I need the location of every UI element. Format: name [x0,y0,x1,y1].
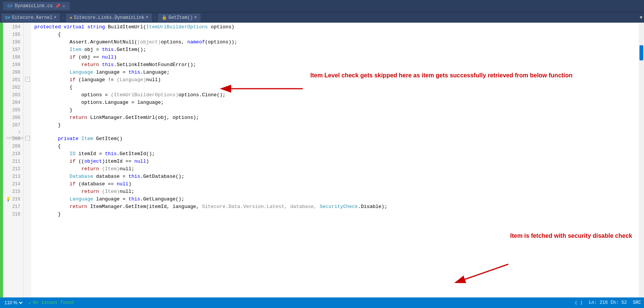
nav-item-kernel[interactable]: C# Sitecore.Kernel ▼ [2,14,60,22]
code-line-201: if (language != (Language)null) [31,76,639,84]
line-number-214: 214 [3,180,20,188]
code-line-208: private Item GetItem() [31,135,639,143]
line-number-207: 207 [3,122,20,129]
code-line-210: ID itemId = this.GetItemId(); [31,150,639,158]
diamond-icon: ◆ [70,15,72,20]
pin-icon[interactable]: 📌 [55,4,60,9]
line-number-206: 206 [3,114,20,122]
nav-getitem-label: GetItem() [169,15,193,20]
code-line-198: if (obj == null) [31,54,639,61]
code-line-204: options.Language = language; [31,99,639,106]
references-label: 3 references [3,129,20,135]
nav-item-getitem[interactable]: 🔒 GetItem() ▼ [158,14,201,22]
file-tab-name: DynamicLink.cs [15,3,53,9]
nav-arrow-2: ▼ [146,15,148,20]
line-number-203: 203 [3,91,20,99]
code-line-215: return (Item)null; [31,188,639,196]
code-line-209: { [31,143,639,150]
bottom-bar-right: ⟨ ⟩ Ln: 216 Ch: 52 SRC [575,300,641,306]
status-text: No issues found [33,300,74,305]
nav-arrows-icon[interactable]: ⟨ ⟩ [575,300,583,306]
nav-expand-btn[interactable]: ▼ [640,15,642,20]
nav-bar: C# Sitecore.Kernel ▼ › ◆ Sitecore.Links.… [0,12,644,23]
code-line-212: return (Item)null; [31,165,639,173]
line-number-217: 217 [3,203,20,211]
close-icon[interactable]: ✕ [63,4,65,9]
collapse-button-208[interactable]: − [25,136,30,140]
line-number-201: 201 [3,76,20,84]
line-number-218: 218 [3,211,20,218]
line-number-195: 195 [3,31,20,38]
line-number-198: 198 [3,54,20,61]
svg-line-3 [465,264,508,279]
green-bar [0,23,3,297]
line-number-199: 199 [3,61,20,69]
nav-arrow-1: ▼ [54,15,56,20]
code-line-211: if ((object)itemId == null) [31,158,639,165]
code-line-218: } [31,211,639,218]
scrollbar-thumb[interactable] [639,45,643,60]
code-line-194: protected virtual string BuildItemUrl(It… [31,23,639,31]
line-number-216: 💡216 [3,196,20,203]
code-line-217: return ItemManager.GetItem(itemId, langu… [31,203,639,211]
annotation-ann2: Item is fetched with security disable ch… [510,232,632,240]
code-line-214: if (database == null) [31,180,639,188]
line-number-197: 197 [3,46,20,54]
nav-item-dynamiclink[interactable]: ◆ Sitecore.Links.DynamicLink ▼ [66,14,152,22]
title-bar: C# DynamicLink.cs 📌 ✕ [0,0,644,12]
line-number-212: 212 [3,165,20,173]
nav-kernel-label: Sitecore.Kernel [12,15,52,20]
code-line-202: { [31,84,639,91]
code-line-216: Language language = this.GetLanguage(); [31,196,639,203]
line-number-194: 194 [3,23,20,31]
code-line-196: Assert.ArgumentNotNull((object)options, … [31,38,639,46]
scrollbar[interactable] [639,23,644,297]
nav-dynamiclink-label: Sitecore.Links.DynamicLink [74,15,144,20]
bottom-bar: 110 % 100 % 90 % ✓ No issues found ⟨ ⟩ L… [0,297,644,308]
line-number-208: 208 [3,135,20,143]
line-number-210: 210 [3,150,20,158]
code-line-203: options = (ItemUrlBuilderOptions)options… [31,91,639,99]
code-line-207: } [31,122,639,129]
position-indicator: Ln: 216 Ch: 52 [589,300,627,305]
file-tab[interactable]: C# DynamicLink.cs 📌 ✕ [3,2,70,10]
code-line-213: Database database = this.GetDatabase(); [31,173,639,180]
code-line-200: Language language = this.Language; [31,69,639,76]
editor-container: 1941951961971981992002012022032042052062… [0,23,644,297]
encoding-indicator: SRC [633,300,641,305]
line-number-200: 200 [3,69,20,76]
zoom-select[interactable]: 110 % 100 % 90 % [3,300,24,306]
bulb-icon[interactable]: 💡 [6,196,11,203]
status-icon: ✓ [28,300,31,306]
line-number-204: 204 [3,99,20,106]
references-label-code [31,129,639,135]
nav-arrow-3: ▼ [195,15,197,20]
code-line-199: return this.SetLinkItemNotFoundError(); [31,61,639,69]
bottom-bar-left: 110 % 100 % 90 % [3,300,24,306]
line-number-215: 215 [3,188,20,196]
line-number-213: 213 [3,173,20,180]
code-line-197: Item obj = this.GetItem(); [31,46,639,54]
nav-sep-1: › [61,15,64,20]
line-number-209: 209 [3,143,20,150]
code-line-195: { [31,31,639,38]
status-area: ✓ No issues found [28,300,74,306]
line-number-196: 196 [3,38,20,46]
line-number-205: 205 [3,106,20,114]
file-icon: C# [8,4,12,8]
code-line-205: } [31,106,639,114]
line-numbers-panel: 1941951961971981992002012022032042052062… [3,23,24,297]
line-number-202: 202 [3,84,20,91]
line-number-211: 211 [3,158,20,165]
collapse-panel: −− [24,23,31,297]
code-line-206: return LinkManager.GetItemUrl(obj, optio… [31,114,639,122]
collapse-button-201[interactable]: − [25,77,30,82]
nav-sep-2: › [153,15,156,20]
code-area[interactable]: protected virtual string BuildItemUrl(It… [31,23,639,297]
csharp-icon: C# [5,15,10,20]
lock-icon: 🔒 [162,15,167,20]
